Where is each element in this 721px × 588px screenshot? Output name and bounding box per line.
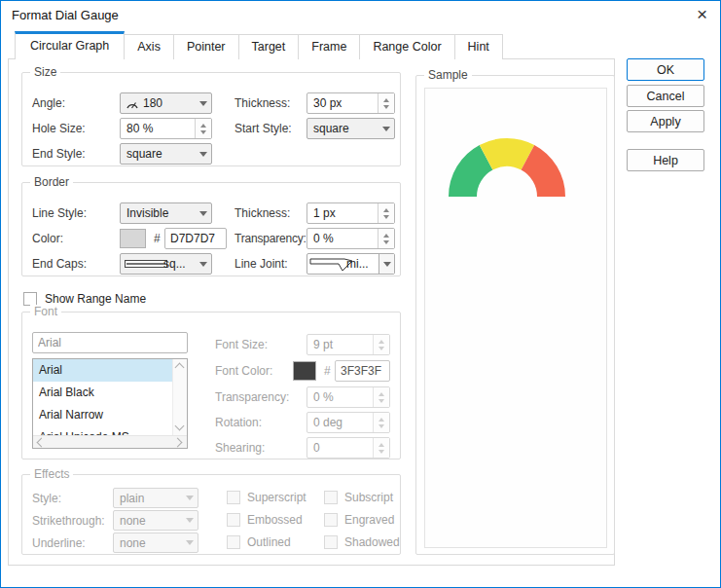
tab-page-circular-graph: Size Angle: 180 Thickness: 30 px Hole Si…	[8, 58, 615, 566]
spinner-buttons[interactable]	[195, 119, 211, 138]
dropdown-icon[interactable]	[196, 152, 211, 157]
spinner-down-icon[interactable]	[383, 215, 389, 219]
spinner-up-icon[interactable]	[200, 124, 206, 128]
dropdown-icon[interactable]	[196, 262, 211, 267]
engraved-checkbox[interactable]	[324, 513, 338, 527]
spinner-buttons[interactable]	[373, 387, 389, 407]
start-style-value: square	[307, 122, 379, 135]
border-thickness-input[interactable]: 1 px	[306, 202, 395, 224]
help-button[interactable]: Help	[627, 149, 704, 171]
spinner-down-icon[interactable]	[379, 450, 384, 454]
spinner-down-icon[interactable]	[379, 347, 384, 350]
spinner-buttons[interactable]	[378, 93, 394, 113]
end-caps-select[interactable]: sq...	[120, 253, 212, 275]
underline-select[interactable]: none	[113, 533, 198, 553]
tab-frame[interactable]: Frame	[298, 34, 360, 59]
spinner-buttons[interactable]	[373, 438, 389, 458]
spinner-down-icon[interactable]	[200, 130, 206, 134]
scroll-left-icon[interactable]	[37, 438, 47, 448]
dropdown-icon[interactable]	[379, 127, 394, 131]
end-style-value: square	[121, 147, 196, 161]
spinner-up-icon[interactable]	[379, 418, 384, 422]
end-style-label: End Style:	[32, 143, 86, 165]
dropdown-icon[interactable]	[182, 540, 198, 545]
spinner-up-icon[interactable]	[379, 443, 384, 447]
size-thickness-input[interactable]: 30 px	[306, 92, 395, 114]
font-list-item[interactable]: Arial Black	[33, 382, 172, 404]
tab-target[interactable]: Target	[238, 34, 300, 59]
scroll-right-icon[interactable]	[173, 438, 183, 448]
end-style-select[interactable]: square	[120, 143, 212, 165]
rotation-input[interactable]: 0 deg	[306, 412, 390, 433]
hash-symbol: #	[324, 360, 331, 382]
superscript-checkbox[interactable]	[227, 491, 240, 504]
border-color-label: Color:	[32, 228, 63, 249]
shadowed-checkbox[interactable]	[324, 535, 338, 549]
apply-button[interactable]: Apply	[627, 110, 704, 132]
tab-axis[interactable]: Axis	[124, 34, 174, 59]
font-list-horizontal-scrollbar[interactable]	[33, 435, 187, 448]
border-transparency-input[interactable]: 0 %	[306, 228, 395, 249]
tab-pointer[interactable]: Pointer	[173, 34, 239, 59]
strikethrough-select[interactable]: none	[113, 510, 198, 531]
dropdown-icon[interactable]	[196, 101, 211, 106]
font-size-input[interactable]: 9 pt	[306, 334, 390, 355]
font-transparency-input[interactable]: 0 %	[306, 386, 390, 408]
end-caps-value: sq...	[163, 257, 196, 271]
spinner-buttons[interactable]	[378, 229, 394, 248]
dropdown-icon[interactable]	[196, 211, 211, 216]
tab-hint[interactable]: Hint	[454, 34, 503, 59]
font-list-item[interactable]: Arial Narrow	[33, 404, 172, 426]
shearing-input[interactable]: 0	[306, 437, 390, 459]
border-color-hex-input[interactable]	[164, 228, 227, 249]
font-list[interactable]: Arial Arial Black Arial Narrow Arial Uni…	[32, 358, 188, 449]
font-list-vertical-scrollbar[interactable]	[172, 359, 187, 435]
subscript-checkbox[interactable]	[324, 491, 338, 504]
title-bar[interactable]: Format Dial Gauge ×	[1, 1, 720, 30]
subscript-label: Subscript	[344, 487, 393, 508]
font-size-label: Font Size:	[215, 334, 268, 355]
angle-select[interactable]: 180	[120, 92, 212, 114]
cancel-button[interactable]: Cancel	[627, 85, 704, 107]
effects-group-title: Effects	[30, 467, 73, 481]
spinner-down-icon[interactable]	[379, 399, 384, 403]
font-list-item[interactable]: Arial Unicode MS	[33, 426, 172, 435]
spinner-up-icon[interactable]	[383, 234, 389, 238]
scroll-down-icon[interactable]	[175, 422, 185, 431]
dropdown-icon[interactable]	[379, 254, 394, 274]
font-color-hex-input[interactable]	[335, 360, 390, 382]
hole-size-input[interactable]: 80 %	[120, 118, 212, 139]
scroll-up-icon[interactable]	[175, 363, 185, 373]
line-joint-select[interactable]: mi...	[306, 253, 395, 275]
spinner-buttons[interactable]	[378, 203, 394, 223]
spinner-down-icon[interactable]	[383, 105, 389, 109]
spinner-up-icon[interactable]	[379, 392, 384, 396]
embossed-checkbox[interactable]	[227, 513, 240, 527]
close-icon[interactable]: ×	[697, 4, 707, 25]
dialog-title: Format Dial Gauge	[12, 8, 119, 22]
style-select[interactable]: plain	[113, 488, 198, 508]
font-color-swatch[interactable]	[293, 361, 316, 381]
tab-circular-graph[interactable]: Circular Graph	[15, 31, 125, 59]
line-style-select[interactable]: Invisible	[120, 202, 212, 224]
start-style-select[interactable]: square	[306, 118, 395, 139]
border-color-swatch[interactable]	[120, 229, 146, 248]
dropdown-icon[interactable]	[182, 496, 198, 500]
spinner-up-icon[interactable]	[379, 340, 384, 344]
ok-button[interactable]: OK	[627, 58, 704, 81]
outlined-checkbox[interactable]	[227, 535, 240, 549]
font-group-title: Font	[30, 305, 61, 318]
spinner-buttons[interactable]	[373, 413, 389, 432]
show-range-name-checkbox[interactable]	[23, 292, 37, 306]
dropdown-icon[interactable]	[182, 518, 198, 523]
border-thickness-label: Thickness:	[234, 202, 290, 224]
tab-range-color[interactable]: Range Color	[359, 34, 454, 59]
spinner-down-icon[interactable]	[379, 424, 384, 428]
spinner-buttons[interactable]	[373, 335, 389, 354]
spinner-up-icon[interactable]	[383, 98, 389, 102]
spinner-down-icon[interactable]	[383, 240, 389, 244]
font-list-item[interactable]: Arial	[33, 359, 172, 382]
spinner-up-icon[interactable]	[383, 208, 389, 212]
font-name-input[interactable]	[32, 332, 188, 353]
dial-gauge-preview	[447, 136, 567, 198]
